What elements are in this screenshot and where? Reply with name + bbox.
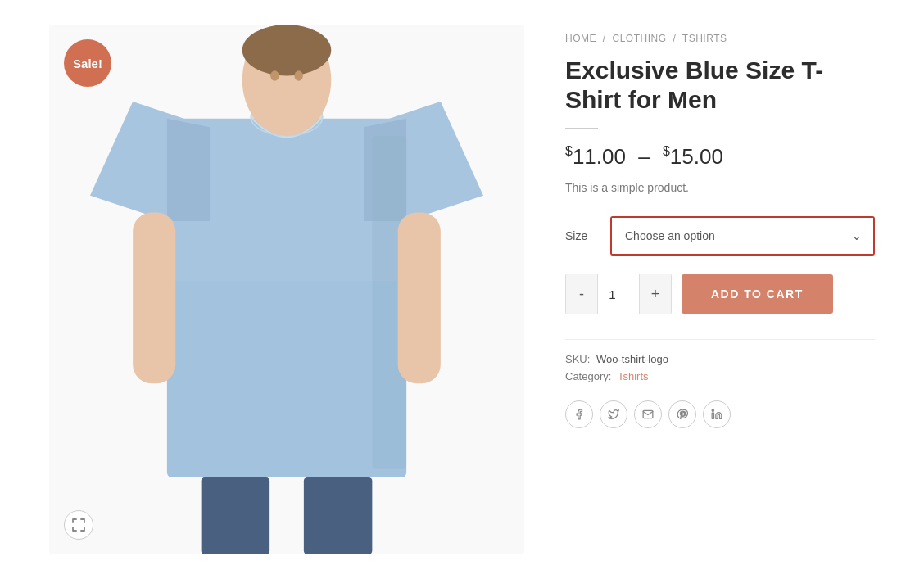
product-description: This is a simple product. <box>565 179 875 197</box>
product-image-container: Sale! <box>49 25 524 554</box>
quantity-plus-button[interactable]: + <box>640 274 671 314</box>
add-to-cart-button[interactable]: ADD TO CART <box>682 274 833 314</box>
product-details: HOME / CLOTHING / TSHIRTS Exclusive Blue… <box>524 25 875 554</box>
pinterest-share-icon[interactable] <box>668 400 696 428</box>
product-meta: SKU: Woo-tshirt-logo Category: Tshirts <box>565 339 875 387</box>
quantity-input[interactable] <box>597 274 640 314</box>
svg-rect-17 <box>712 413 713 418</box>
svg-point-12 <box>294 70 302 81</box>
category-line: Category: Tshirts <box>565 370 875 382</box>
social-share-row <box>565 400 875 428</box>
svg-rect-7 <box>167 281 406 477</box>
cart-row: - + ADD TO CART <box>565 274 875 314</box>
price-dash: – <box>638 144 650 169</box>
expand-arrows-icon <box>72 518 85 532</box>
facebook-share-icon[interactable] <box>565 400 593 428</box>
breadcrumb-clothing[interactable]: CLOTHING <box>613 33 667 44</box>
svg-point-10 <box>242 25 332 76</box>
category-value[interactable]: Tshirts <box>618 370 649 382</box>
price-min: 11.00 <box>573 144 626 169</box>
breadcrumb-home[interactable]: HOME <box>565 33 596 44</box>
product-image <box>49 25 524 554</box>
breadcrumb-sep2: / <box>673 33 676 44</box>
size-select-wrapper: Choose an option Small Medium Large X-La… <box>610 216 875 256</box>
quantity-wrapper: - + <box>565 274 672 314</box>
price-max-currency: $ <box>663 144 670 158</box>
size-row: Size Choose an option Small Medium Large… <box>565 216 875 256</box>
product-title: Exclusive Blue Size T-Shirt for Men <box>565 56 875 115</box>
price-min-currency: $ <box>565 144 573 158</box>
linkedin-share-icon[interactable] <box>703 400 731 428</box>
quantity-minus-button[interactable]: - <box>566 274 597 314</box>
svg-rect-14 <box>398 213 441 384</box>
category-label: Category: <box>565 370 611 382</box>
sku-label: SKU: <box>565 353 590 365</box>
email-share-icon[interactable] <box>634 400 662 428</box>
size-select[interactable]: Choose an option Small Medium Large X-La… <box>612 218 873 254</box>
svg-point-18 <box>712 409 713 411</box>
sku-value: Woo-tshirt-logo <box>596 353 668 365</box>
svg-rect-15 <box>202 477 270 554</box>
expand-icon[interactable] <box>64 510 93 540</box>
breadcrumb-sep1: / <box>603 33 606 44</box>
sku-line: SKU: Woo-tshirt-logo <box>565 353 875 365</box>
title-divider <box>565 128 598 129</box>
svg-point-11 <box>270 70 279 81</box>
svg-rect-13 <box>133 213 175 384</box>
price-range: $11.00 – $15.00 <box>565 144 875 170</box>
twitter-share-icon[interactable] <box>600 400 627 428</box>
breadcrumb-tshirts[interactable]: TSHIRTS <box>682 33 727 44</box>
svg-rect-16 <box>304 477 372 554</box>
breadcrumb: HOME / CLOTHING / TSHIRTS <box>565 33 875 44</box>
svg-marker-4 <box>167 119 210 221</box>
sale-badge: Sale! <box>64 39 111 87</box>
size-label: Size <box>565 229 594 242</box>
price-max: 15.00 <box>670 144 723 169</box>
